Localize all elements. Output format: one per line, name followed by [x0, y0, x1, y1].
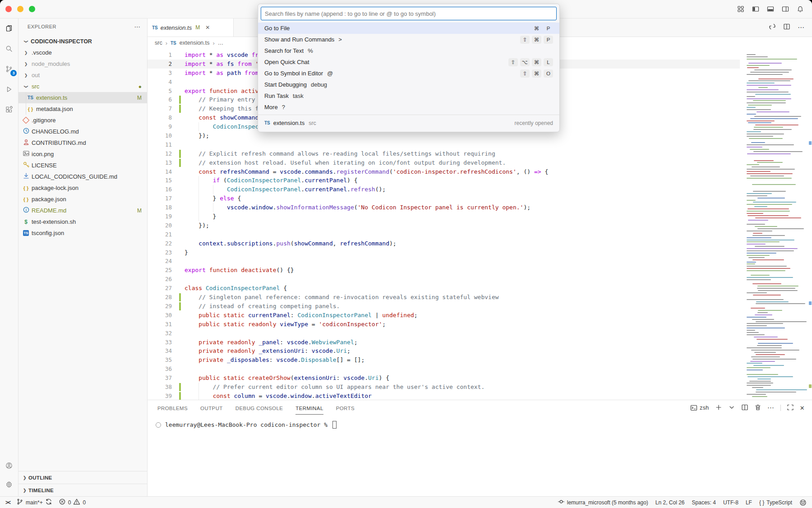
tree-item-metadata-json[interactable]: { }metadata.json: [18, 103, 147, 115]
bell-icon[interactable]: [797, 5, 804, 13]
plus-icon[interactable]: [715, 404, 722, 412]
quick-open-item-suffix: debug: [311, 81, 327, 88]
keycap: L: [544, 58, 553, 66]
terminal[interactable]: leemurray@Lees-MacBook-Pro codicon-inspe…: [148, 416, 812, 429]
tree-item-contributing-md[interactable]: CONTRIBUTING.md: [18, 137, 147, 148]
timeline-section[interactable]: ❯ TIMELINE: [18, 484, 147, 496]
activity-extensions-icon[interactable]: [4, 104, 14, 115]
breadcrumb-file[interactable]: extension.ts: [180, 40, 210, 46]
minimap-line: [758, 310, 783, 311]
line-number: 15: [148, 176, 172, 185]
trash-icon[interactable]: [754, 404, 761, 412]
tree-item--gitignore[interactable]: .gitignore: [18, 115, 147, 126]
chevron-right-icon: ›: [213, 40, 215, 46]
minimap-line: [747, 131, 761, 132]
tree-item-changelog-md[interactable]: CHANGELOG.md: [18, 126, 147, 137]
tree-item-local-codicons-guide-md[interactable]: LOCAL_CODICONS_GUIDE.md: [18, 171, 147, 182]
activity-search-icon[interactable]: [4, 43, 14, 54]
modified-badge: M: [137, 95, 142, 101]
close-icon[interactable]: ✕: [800, 405, 805, 411]
tab-extension-ts[interactable]: TS extension.ts M ✕: [148, 18, 234, 37]
tree-item-test-extension-sh[interactable]: $test-extension.sh: [18, 216, 147, 227]
panel-tab-debug-console[interactable]: DEBUG CONSOLE: [235, 402, 283, 415]
code-line: 10 });: [148, 131, 740, 140]
tree-item-out[interactable]: ❯out: [18, 69, 147, 81]
quick-open-item-open-quick-chat[interactable]: Open Quick Chat⇧⌥⌘L: [258, 56, 559, 68]
remote-indicator-icon[interactable]: ><: [5, 499, 10, 506]
tree-item-codicon-inspector[interactable]: ❯CODICON-INSPECTOR: [18, 36, 147, 47]
panel-tab-ports[interactable]: PORTS: [336, 402, 355, 415]
breadcrumb-src[interactable]: src: [155, 40, 162, 46]
maximize-panel-icon[interactable]: [787, 404, 794, 412]
code-line: 27class CodiconInspectorPanel {: [148, 284, 740, 293]
tree-item-extension-ts[interactable]: TSextension.tsM: [18, 92, 147, 103]
encoding-status[interactable]: UTF-8: [723, 499, 738, 506]
quick-open-input[interactable]: Search files by name (append : to go to …: [261, 7, 557, 20]
feedback-smiley-icon[interactable]: [799, 499, 807, 506]
layout-icon[interactable]: [737, 5, 744, 13]
tree-item-package-lock-json[interactable]: { }package-lock.json: [18, 182, 147, 194]
code-line: 23}: [148, 248, 740, 257]
eol-status[interactable]: LF: [746, 499, 752, 506]
minimize-window-button[interactable]: [17, 6, 23, 12]
tree-item-icon-png[interactable]: icon.png: [18, 148, 147, 160]
breadcrumb-symbol[interactable]: …: [218, 40, 224, 46]
quick-open-item-go-to-symbol-in-editor[interactable]: Go to Symbol in Editor@⇧⌘O: [258, 68, 559, 79]
indent-guide: [198, 203, 199, 212]
tree-item-license[interactable]: LICENSE: [18, 160, 147, 171]
activity-run-debug-icon[interactable]: [4, 84, 14, 95]
quick-open-item-run-task[interactable]: Run Tasktask: [258, 90, 559, 102]
activity-source-control-icon[interactable]: 3: [4, 64, 14, 74]
tree-item-tsconfig-json[interactable]: TStsconfig.json: [18, 227, 147, 239]
minimap-line: [747, 248, 798, 249]
overview-ruler[interactable]: [808, 49, 812, 400]
more-actions-icon[interactable]: ⋯: [798, 23, 805, 32]
code-line: 17 } else {: [148, 194, 740, 203]
close-window-button[interactable]: [5, 6, 12, 12]
panel-tab-output[interactable]: OUTPUT: [200, 402, 223, 415]
indentation-status[interactable]: Spaces: 4: [692, 499, 716, 506]
shell-label: zsh: [700, 405, 709, 411]
line-number: 29: [148, 302, 172, 311]
open-changes-icon[interactable]: [769, 23, 776, 32]
blame-status[interactable]: lemurra_microsoft (5 months ago): [558, 498, 648, 507]
git-branch-status[interactable]: main*+: [16, 498, 52, 507]
zoom-window-button[interactable]: [29, 6, 35, 12]
panel-tab-problems[interactable]: PROBLEMS: [157, 402, 188, 415]
cursor-position-status[interactable]: Ln 2, Col 26: [655, 499, 685, 506]
quick-open-item-search-for-text[interactable]: Search for Text%: [258, 45, 559, 56]
language-status[interactable]: { } TypeScript: [759, 499, 792, 506]
tree-item-package-json[interactable]: { }package.json: [18, 194, 147, 205]
minimap-line: [753, 100, 786, 101]
minimap[interactable]: [746, 50, 807, 400]
quick-open-item-more[interactable]: More?: [258, 102, 559, 113]
activity-settings-gear-icon[interactable]: [4, 479, 14, 490]
minimap-line: [749, 381, 771, 382]
split-editor-icon[interactable]: [783, 23, 790, 32]
more-actions-icon[interactable]: ⋯: [767, 404, 775, 412]
tree-item-src[interactable]: ❯src●: [18, 81, 147, 92]
panel-right-icon[interactable]: [782, 5, 789, 13]
quick-open-item-start-debugging[interactable]: Start Debuggingdebug: [258, 79, 559, 90]
tree-item-node-modules[interactable]: ❯node_modules: [18, 58, 147, 69]
tree-item--vscode[interactable]: ❯.vscode: [18, 47, 147, 58]
quick-open-item-show-and-run-commands[interactable]: Show and Run Commands>⇧⌘P: [258, 34, 559, 45]
line-number: 3: [148, 69, 172, 78]
chevron-down-icon[interactable]: [728, 404, 735, 412]
quick-open-item-suffix: %: [308, 47, 313, 54]
problems-status[interactable]: 0 0: [59, 498, 86, 507]
outline-section[interactable]: ❯ OUTLINE: [18, 471, 147, 484]
activity-account-icon[interactable]: [4, 460, 14, 471]
activity-files-icon[interactable]: [4, 23, 14, 34]
tree-item-readme-md[interactable]: README.mdM: [18, 205, 147, 216]
split-terminal-icon[interactable]: [741, 404, 748, 412]
quick-open-item-go-to-file[interactable]: Go to File⌘P: [258, 23, 559, 34]
close-tab-icon[interactable]: ✕: [205, 24, 210, 31]
explorer-more-actions-icon[interactable]: ⋯: [134, 23, 141, 30]
indent-guide: [198, 176, 199, 185]
panel-tab-terminal[interactable]: TERMINAL: [295, 402, 323, 415]
panel-bottom-icon[interactable]: [767, 5, 774, 13]
recent-file-row[interactable]: TS extension.ts src recently opened: [258, 117, 559, 129]
terminal-instance-zsh[interactable]: zsh: [690, 404, 709, 411]
panel-left-icon[interactable]: [752, 5, 759, 13]
